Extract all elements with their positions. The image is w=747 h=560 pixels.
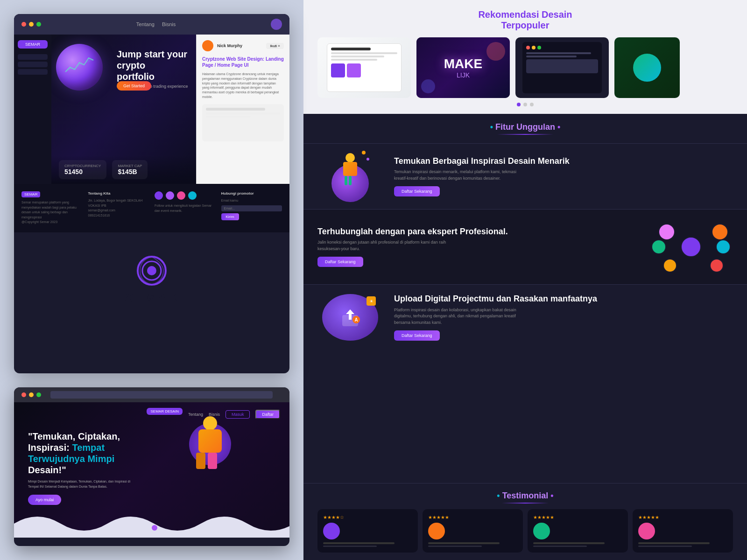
design-card-4[interactable] <box>614 37 680 98</box>
mock-bar-sm-2 <box>331 56 384 57</box>
design-card-1[interactable] <box>317 37 411 98</box>
design-cards-row: MAKE LIJK <box>317 37 733 98</box>
dot-2[interactable] <box>523 103 527 106</box>
footer-email: semar@gmail.com <box>88 208 149 213</box>
mock-bar-1 <box>331 48 371 50</box>
semar-spiral-svg <box>135 254 168 287</box>
feat1-spark2 <box>366 158 369 161</box>
daftar-btn-2[interactable]: Daftar Sekarang <box>317 257 363 267</box>
nav-tentang[interactable]: Tentang <box>136 21 155 27</box>
testimonial-card-4: ★★★★★ <box>633 509 733 553</box>
crypto-stats-bar: CRYPTOCURRENCY 51450 MARKET CAP $145B <box>51 155 196 184</box>
footer-kirim-button[interactable]: Kirim <box>221 213 239 220</box>
follow-button[interactable]: Ikuti + <box>266 43 284 49</box>
feature-3d-1 <box>317 153 383 200</box>
upload-icon: A <box>338 306 362 329</box>
ayo-mulai-button[interactable]: Ayo mulai <box>28 495 61 505</box>
semar-nav-bisnis[interactable]: Bisnis <box>209 412 220 417</box>
testimonial-cards: ★★★★☆ ★★★★★ ★★★★★ ★★★★★ <box>317 509 733 553</box>
feature-title-2: Terhubunglah dengan para ekspert Profesi… <box>317 227 649 237</box>
daftar-btn-3[interactable]: Daftar Sekarang <box>394 330 440 341</box>
upload-badge: ☀ <box>366 296 376 306</box>
av-tr <box>712 224 728 240</box>
left-panel: Tentang Bisnis SEMAR <box>0 0 303 560</box>
t-avatar-2 <box>428 523 445 539</box>
sidebar-nav-3[interactable] <box>18 69 48 75</box>
stars-2: ★★★★★ <box>428 515 517 520</box>
semar-logo-center: SEMAR <box>125 254 179 306</box>
av-tl <box>658 224 675 240</box>
feat1-leg-l <box>345 176 347 185</box>
char-right-leg <box>208 453 217 469</box>
testimonial-card-2: ★★★★★ <box>423 509 523 553</box>
recommended-title-2: Terpopuler <box>501 20 550 30</box>
sidebar-nav-2[interactable] <box>18 62 48 67</box>
recommended-title-1: Rekomendasi Desain <box>478 9 572 20</box>
maximize-button-dot[interactable] <box>36 22 41 27</box>
panel-title: Cryptzone Web Site Design: Landing Page … <box>202 56 284 68</box>
t-avatar-3 <box>533 523 550 539</box>
testimonial-title: • Testimonial • <box>317 491 733 504</box>
semar-brand-name: SEMAR <box>125 291 179 306</box>
stars-4: ★★★★★ <box>638 515 727 520</box>
mock-box-2 <box>347 63 361 77</box>
recommended-section: Rekomendasi Desain Terpopuler <box>303 0 747 114</box>
stat-card-1: CRYPTOCURRENCY 51450 <box>59 160 106 179</box>
av-bl <box>663 259 677 273</box>
testimonial-section: • Testimonial • ★★★★☆ ★★★★★ ★★★★★ <box>303 483 747 560</box>
panel-user: Nick Murphy Ikuti + <box>202 40 284 51</box>
feature-content-1: Temukan Berbagai Inspirasi Desain Menari… <box>394 156 733 197</box>
feature-3d-3: A ☀ <box>317 294 383 341</box>
feature-row-2: Terhubunglah dengan para ekspert Profesi… <box>303 209 747 284</box>
social-icon-4[interactable] <box>188 191 197 200</box>
recommended-title: Rekomendasi Desain Terpopuler <box>317 9 733 31</box>
stat-value-2: $145B <box>118 168 142 175</box>
bottom-close-dot[interactable] <box>21 392 26 397</box>
av-br <box>710 259 724 273</box>
panel-preview <box>202 104 284 141</box>
bottom-window-controls <box>21 392 41 397</box>
stat-value: 51450 <box>64 168 101 175</box>
bottom-maximize-dot[interactable] <box>36 392 41 397</box>
social-icon-1[interactable] <box>155 191 163 200</box>
design-card-3[interactable] <box>515 37 609 98</box>
browser-address-bar[interactable] <box>50 391 273 399</box>
feature-row-3: A ☀ Upload Digital Projectmu dan Rasakan… <box>303 284 747 350</box>
browser-right-panel: Nick Murphy Ikuti + Cryptzone Web Site D… <box>196 35 289 184</box>
semar-nav-tentang[interactable]: Tentang <box>188 412 203 417</box>
minimize-button-dot[interactable] <box>29 22 34 27</box>
bottom-minimize-dot[interactable] <box>29 392 34 397</box>
svg-point-2 <box>147 266 156 275</box>
feature-row-1: Temukan Berbagai Inspirasi Desain Menari… <box>303 143 747 209</box>
feature-title-1: Temukan Berbagai Inspirasi Desain Menari… <box>394 156 733 167</box>
mock-box-1 <box>331 63 345 77</box>
daftar-btn-1[interactable]: Daftar Sekarang <box>394 186 440 196</box>
dot-1[interactable] <box>517 103 521 106</box>
design-card-2[interactable]: MAKE LIJK <box>416 37 510 98</box>
stars-3: ★★★★★ <box>533 515 622 520</box>
footer-social-desc: Follow untuk mengikuti kegiatan Semar da… <box>155 203 216 213</box>
nav-bisnis[interactable]: Bisnis <box>162 21 176 27</box>
panel-description: Halaman utama Cryptzone dirancang untuk … <box>202 72 284 99</box>
footer-tagline: Semar merupakan platform yang menyediaka… <box>21 200 83 220</box>
char-left-leg <box>196 453 205 469</box>
dot-decoration <box>152 525 157 531</box>
sidebar-nav-1[interactable] <box>18 54 48 60</box>
footer-tentang-title: Tentang Kita <box>88 191 149 196</box>
feat1-leg-r <box>349 176 352 185</box>
feature-3d-2 <box>649 219 733 275</box>
feature-content-2: Terhubunglah dengan para ekspert Profesi… <box>317 227 649 267</box>
av-ml <box>651 239 666 254</box>
footer-email-label: Email kamu <box>221 198 282 203</box>
social-icon-3[interactable] <box>177 191 185 200</box>
dot-3[interactable] <box>530 103 534 106</box>
semar-subtext: Mimpi Desain Menjadi Kenyataan, Temukan,… <box>28 479 131 489</box>
mock-bar-sm-1 <box>331 52 397 54</box>
close-button-dot[interactable] <box>21 22 26 27</box>
footer-email-input[interactable] <box>221 205 282 211</box>
crypto-cta-button[interactable]: Get Started <box>117 81 151 91</box>
semar-headline: "Temukan, Ciptakan, Inspirasi: Tempat Te… <box>28 431 149 476</box>
social-icon-2[interactable] <box>166 191 174 200</box>
semar-hero: SEMAR DESAIN Tentang Bisnis Masuk Daftar… <box>14 402 289 538</box>
footer-phone: 089214151616 <box>88 213 149 218</box>
